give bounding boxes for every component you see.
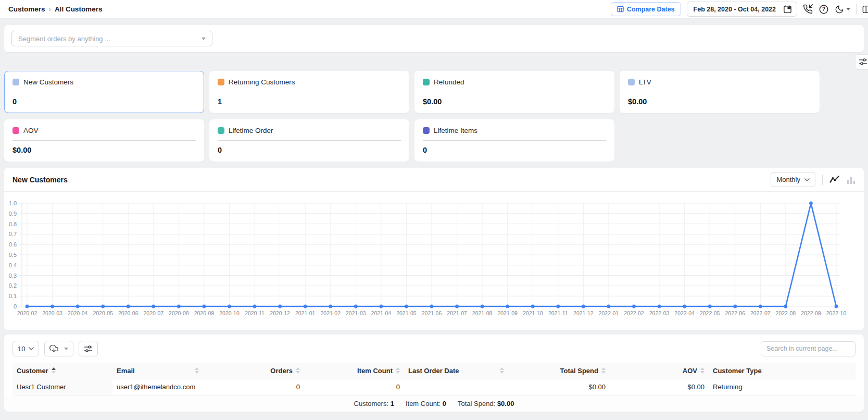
toolbar-row xyxy=(0,52,868,71)
svg-text:2021-02: 2021-02 xyxy=(320,310,341,316)
bar-chart-view-button[interactable] xyxy=(847,176,856,184)
phone-incoming-icon[interactable] xyxy=(803,4,813,14)
svg-text:2020-07: 2020-07 xyxy=(144,310,164,316)
column-header-email[interactable]: Email xyxy=(112,363,203,379)
stat-card-ltv[interactable]: LTV $0.00 xyxy=(620,71,820,113)
new-customers-line-chart: 00.10.20.30.40.50.60.70.80.91.02020-0220… xyxy=(4,198,847,328)
compare-dates-button[interactable]: Compare Dates xyxy=(611,2,681,16)
legend-swatch xyxy=(423,127,430,134)
stat-card-aov[interactable]: AOV $0.00 xyxy=(4,119,204,162)
panel-toggle-icon[interactable] xyxy=(862,5,868,14)
stat-cards-grid: New Customers 0 Returning Customers 1 Re… xyxy=(4,71,864,162)
line-chart-view-button[interactable] xyxy=(829,175,840,184)
svg-text:2021-12: 2021-12 xyxy=(573,310,594,316)
chart-card: New Customers Monthly 00.10.20.30.40.50.… xyxy=(4,168,864,330)
stat-card-refunded[interactable]: Refunded $0.00 xyxy=(414,71,614,113)
chevron-down-icon xyxy=(804,178,810,181)
dashboard-settings-button[interactable] xyxy=(855,54,868,69)
stat-value: 0 xyxy=(12,97,196,106)
svg-text:2020-06: 2020-06 xyxy=(118,310,139,316)
svg-text:2020-12: 2020-12 xyxy=(270,310,290,316)
date-range-value: Feb 28, 2020 - Oct 04, 2022 xyxy=(687,6,782,13)
column-header-last-order-date[interactable]: Last Order Date xyxy=(404,363,508,379)
column-settings-button[interactable] xyxy=(79,341,98,356)
divider xyxy=(12,140,196,141)
svg-text:0.1: 0.1 xyxy=(9,293,17,299)
stat-card-returning-customers[interactable]: Returning Customers 1 xyxy=(209,71,409,113)
svg-text:2022-07: 2022-07 xyxy=(750,310,771,316)
cell-item-count: 0 xyxy=(304,379,404,395)
stat-value: 1 xyxy=(218,97,401,106)
caret-down-icon xyxy=(64,348,68,350)
legend-swatch xyxy=(423,79,430,85)
stat-label: Lifetime Items xyxy=(434,127,477,134)
segment-placeholder: Segment orders by anything ... xyxy=(18,35,110,43)
stat-card-lifetime-items[interactable]: Lifetime Items 0 xyxy=(414,119,614,162)
column-header-item-count[interactable]: Item Count xyxy=(304,363,404,379)
calendar-grid-icon xyxy=(617,6,624,13)
svg-text:1.0: 1.0 xyxy=(9,200,17,206)
divider xyxy=(856,4,857,15)
table-row[interactable]: Uesr1 Customer user1@ithemelandco.com 0 … xyxy=(12,379,856,395)
svg-text:2021-06: 2021-06 xyxy=(422,310,442,316)
page-size-value: 10 xyxy=(18,345,25,353)
svg-text:2022-08: 2022-08 xyxy=(776,310,796,316)
top-bar: Customers › All Customers Compare Dates … xyxy=(0,0,868,19)
stat-label: Lifetime Order xyxy=(229,127,273,134)
segment-select[interactable]: Segment orders by anything ... xyxy=(11,31,212,46)
sort-icon xyxy=(296,367,300,374)
divider xyxy=(423,92,606,92)
svg-text:2022-01: 2022-01 xyxy=(599,310,619,316)
svg-text:2020-05: 2020-05 xyxy=(93,310,113,316)
cell-email: user1@ithemelandco.com xyxy=(112,379,203,395)
svg-text:0.7: 0.7 xyxy=(9,231,17,237)
search-input[interactable] xyxy=(761,341,856,356)
svg-text:2020-04: 2020-04 xyxy=(68,310,88,316)
column-header-customer[interactable]: Customer xyxy=(12,363,112,379)
stat-value: $0.00 xyxy=(423,97,606,106)
cell-orders: 0 xyxy=(203,379,304,395)
column-header-customer-type[interactable]: Customer Type xyxy=(709,363,856,379)
sort-icon xyxy=(52,367,56,374)
breadcrumb: Customers › All Customers xyxy=(8,5,102,13)
divider xyxy=(218,92,401,92)
svg-text:0.8: 0.8 xyxy=(9,221,17,227)
svg-text:2021-11: 2021-11 xyxy=(548,310,568,316)
export-button[interactable] xyxy=(44,341,73,356)
svg-text:2020-03: 2020-03 xyxy=(42,310,62,316)
interval-select[interactable]: Monthly xyxy=(771,172,815,187)
svg-text:2020-11: 2020-11 xyxy=(245,310,265,316)
segment-bar: Segment orders by anything ... xyxy=(4,25,864,52)
svg-text:2021-07: 2021-07 xyxy=(447,310,467,316)
stat-card-new-customers[interactable]: New Customers 0 xyxy=(4,71,204,113)
svg-text:2021-09: 2021-09 xyxy=(497,310,518,316)
svg-text:2020-09: 2020-09 xyxy=(194,310,215,316)
column-header-orders[interactable]: Orders xyxy=(203,363,304,379)
stat-value: $0.00 xyxy=(12,146,196,154)
svg-text:0.3: 0.3 xyxy=(9,273,17,279)
stat-label: New Customers xyxy=(23,78,73,86)
table-header-row: Customer Email Orders Item Count Last Or… xyxy=(12,363,856,379)
help-icon[interactable]: ? xyxy=(819,4,829,15)
sliders-icon xyxy=(859,57,867,66)
legend-swatch xyxy=(628,79,635,85)
svg-text:0.6: 0.6 xyxy=(9,241,17,248)
page-size-select[interactable]: 10 xyxy=(12,341,39,356)
divider xyxy=(822,175,823,185)
svg-text:2021-10: 2021-10 xyxy=(523,310,543,316)
dark-mode-toggle[interactable] xyxy=(835,5,850,14)
svg-text:?: ? xyxy=(822,6,825,12)
column-header-aov[interactable]: AOV xyxy=(610,363,709,379)
svg-text:0.9: 0.9 xyxy=(9,211,17,217)
breadcrumb-customers[interactable]: Customers xyxy=(8,5,45,13)
svg-text:2022-10: 2022-10 xyxy=(826,310,847,316)
stat-label: Refunded xyxy=(434,78,464,86)
column-header-total-spend[interactable]: Total Spend xyxy=(508,363,610,379)
interval-value: Monthly xyxy=(776,176,800,183)
sort-icon xyxy=(195,367,199,374)
stat-card-lifetime-order[interactable]: Lifetime Order 0 xyxy=(209,119,409,162)
svg-text:2022-04: 2022-04 xyxy=(674,310,695,316)
svg-text:2022-03: 2022-03 xyxy=(649,310,670,316)
date-range-picker[interactable]: Feb 28, 2020 - Oct 04, 2022 xyxy=(687,2,797,17)
breadcrumb-all-customers[interactable]: All Customers xyxy=(55,5,103,13)
